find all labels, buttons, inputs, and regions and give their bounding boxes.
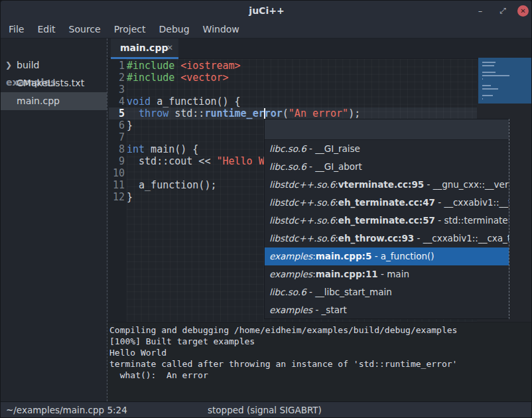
sidebar-item-label: main.cpp	[17, 92, 60, 110]
backtrace-popup: libc.so.6 - __GI_raiselibc.so.6 - __GI_a…	[264, 119, 509, 319]
menu-debug[interactable]: Debug	[153, 21, 196, 38]
maximize-icon[interactable]: ⤢	[495, 3, 511, 19]
minimap-code-line	[482, 75, 509, 76]
code-line-11: a_function();	[127, 179, 216, 191]
frame-location: main.cpp:11	[316, 269, 378, 279]
terminal-line: [100%] Built target examples	[109, 336, 255, 347]
frame-location: eh_terminate.cc:57	[338, 215, 435, 226]
line-number: 3	[109, 84, 125, 96]
menu-project[interactable]: Project	[107, 21, 153, 38]
terminal-line: Compiling and debugging /home/eidheim/ex…	[109, 324, 457, 336]
window-title: juCi++	[1, 1, 532, 21]
code-token: }	[127, 191, 133, 203]
tabbar: main.cpp ✕	[107, 38, 532, 59]
juci-window: juCi++ – ⤢ ✕ FileEditSourceProjectDebugW…	[0, 0, 532, 418]
line-number: 5	[109, 107, 125, 119]
backtrace-frame[interactable]: libstdc++.so.6:eh_terminate.cc:47 - __cx…	[265, 194, 509, 212]
window-controls: – ⤢ ✕	[472, 1, 529, 21]
line-number: 4	[109, 96, 125, 107]
tab-label: main.cpp	[120, 38, 168, 57]
sidebar-item-build[interactable]: ❯build	[1, 56, 107, 74]
menu-source[interactable]: Source	[62, 21, 107, 38]
frame-library: libstdc++.so.6	[269, 179, 335, 190]
minimap-code-line	[482, 85, 491, 86]
code-token: int	[127, 143, 145, 155]
code-line-2: #include <vector>	[127, 72, 229, 84]
code-token: std::	[168, 107, 204, 119]
frame-location: vterminate.cc:95	[338, 179, 424, 190]
minimap-code-line	[482, 95, 493, 96]
code-line-4: void a_function() {	[127, 96, 241, 107]
code-token: );	[348, 107, 360, 119]
code-line-5: throw std::runtime_error("An error");	[127, 107, 360, 119]
frame-library: libc.so.6	[269, 287, 306, 297]
frame-location: eh_throw.cc:93	[338, 233, 414, 244]
line-number: 11	[109, 179, 125, 191]
frame-library: libc.so.6	[269, 143, 306, 154]
code-token: main() {	[145, 143, 198, 155]
code-token: runtime_error	[204, 107, 282, 119]
code-token: void	[127, 96, 151, 107]
backtrace-frame[interactable]: examples:main.cpp:11 - main	[265, 265, 509, 283]
file-location: ~/examples/main.cpp 5:24	[6, 402, 127, 418]
frame-library: libstdc++.so.6	[269, 233, 335, 244]
menubar: FileEditSourceProjectDebugWindow	[1, 21, 532, 38]
code-token: "Hello W	[216, 155, 264, 167]
terminal-line: terminate called after throwing an insta…	[109, 358, 457, 370]
menu-file[interactable]: File	[2, 21, 31, 38]
tab-main-cpp[interactable]: main.cpp ✕	[111, 38, 178, 59]
terminal-line: Hello World	[109, 347, 166, 358]
frame-location: main.cpp:5	[316, 251, 372, 261]
code-line-8: int main() {	[127, 143, 198, 155]
pane-splitter[interactable]	[107, 38, 107, 401]
backtrace-frame[interactable]: libc.so.6 - __GI_abort	[265, 158, 509, 176]
code-token: std::cout <<	[127, 155, 216, 167]
debug-status: stopped (signal SIGABRT)	[208, 402, 322, 418]
code-token: }	[127, 119, 133, 131]
terminal-line: what(): An error	[109, 370, 208, 381]
menu-edit[interactable]: Edit	[31, 21, 62, 38]
code-token: <iostream>	[180, 60, 240, 72]
code-token	[174, 60, 180, 72]
titlebar: juCi++ – ⤢ ✕	[1, 1, 532, 21]
backtrace-frame[interactable]: libstdc++.so.6:eh_throw.cc:93 - __cxxabi…	[265, 230, 509, 247]
chevron-right-icon[interactable]: ❯	[5, 56, 12, 74]
backtrace-frame[interactable]: libstdc++.so.6:vterminate.cc:95 - __gnu_…	[265, 176, 509, 194]
code-token: throw	[139, 107, 168, 119]
code-line-12: }	[127, 191, 133, 203]
backtrace-frame[interactable]: examples - _start	[265, 301, 509, 319]
frame-library: examples	[269, 269, 312, 279]
line-number: 10	[109, 167, 125, 179]
line-number: 12	[109, 191, 125, 203]
close-tab-icon[interactable]: ✕	[166, 38, 173, 57]
sidebar-item-main-cpp[interactable]: main.cpp	[1, 92, 107, 110]
minimap-code-line	[482, 72, 496, 73]
backtrace-frame[interactable]: examples:main.cpp:5 - a_function()	[265, 247, 509, 265]
code-token: <vector>	[180, 72, 228, 84]
file-tree-sidebar: examples ❯buildCMakeLists.txtmain.cpp	[1, 38, 107, 401]
code-token: "An error"	[289, 107, 348, 119]
menu-window[interactable]: Window	[196, 21, 246, 38]
code-line-6: }	[127, 119, 133, 131]
minimap-code-line	[482, 78, 483, 80]
minimize-icon[interactable]: –	[472, 3, 488, 19]
close-icon[interactable]: ✕	[517, 5, 529, 17]
code-token	[127, 107, 139, 119]
line-number: 1	[109, 60, 125, 72]
line-number: 7	[109, 131, 125, 143]
minimap-code-line	[482, 62, 496, 63]
line-number: 2	[109, 72, 125, 84]
minimap-code-line	[482, 88, 498, 90]
sidebar-item-label: CMakeLists.txt	[17, 74, 84, 92]
sidebar-item-cmakelists-txt[interactable]: CMakeLists.txt	[1, 74, 107, 92]
backtrace-frame[interactable]: libc.so.6 - __GI_raise	[265, 140, 509, 158]
code-token	[174, 72, 180, 84]
minimap-slider[interactable]	[478, 58, 531, 104]
line-number: 6	[109, 119, 125, 131]
code-token: (	[283, 107, 289, 119]
code-token: a_function() {	[151, 96, 240, 107]
build-terminal[interactable]: Compiling and debugging /home/eidheim/ex…	[107, 322, 532, 401]
frame-library: libc.so.6	[269, 161, 306, 172]
backtrace-frame[interactable]: libstdc++.so.6:eh_terminate.cc:57 - std:…	[265, 212, 509, 230]
backtrace-frame[interactable]: libc.so.6 - __libc_start_main	[265, 283, 509, 301]
